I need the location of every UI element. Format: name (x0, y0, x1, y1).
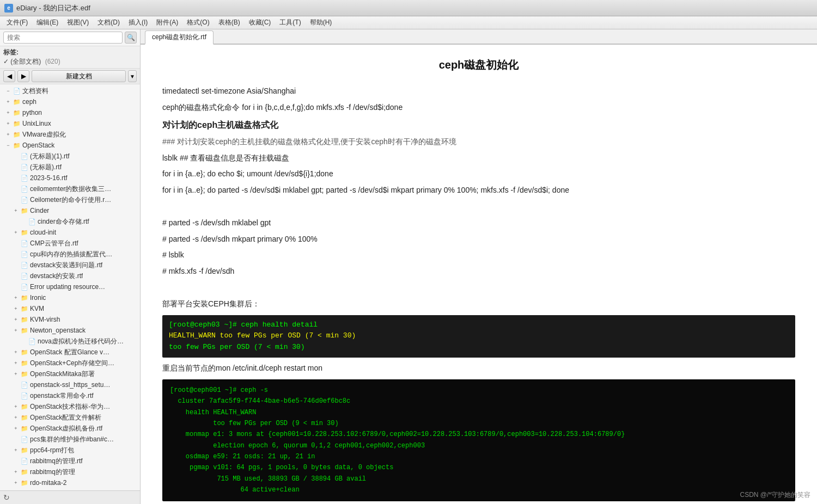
tree-item[interactable]: +📁ceph (0, 96, 140, 107)
menu-item-b[interactable]: 表格(B) (214, 17, 245, 28)
tree-item-label: ceilomemter的数据收集三… (30, 185, 111, 194)
tree-item-icon: 📄 (21, 392, 28, 399)
tree-item[interactable]: +📁KVM (0, 303, 140, 314)
tree-item[interactable]: 📄(无标题)(1).rtf (0, 151, 140, 162)
tree-item[interactable]: 📄(无标题).rtf (0, 162, 140, 173)
tree-toggle-icon[interactable]: + (12, 370, 20, 378)
tree-toggle-icon[interactable]: + (12, 359, 20, 367)
tree-item-icon: 📁 (21, 316, 28, 323)
tree-toggle-icon[interactable]: + (4, 109, 12, 116)
tree-item[interactable]: +📁UnixLinux (0, 118, 140, 129)
tag-all-docs[interactable]: ✓ (全部文档) (3, 58, 41, 65)
tree-item[interactable]: +📁python (0, 107, 140, 118)
new-doc-button[interactable]: 新建文档 (32, 70, 126, 82)
line-blank2 (162, 281, 795, 294)
menu-item-c[interactable]: 收藏(C) (245, 17, 276, 28)
tree-item[interactable]: +📁ppc64-rpm打包 (0, 445, 140, 456)
tree-toggle-icon[interactable]: + (12, 327, 20, 334)
line-bold-title: 对计划的ceph主机磁盘格式化 (162, 118, 795, 132)
tree-item[interactable]: 📄rabbitmq的管理.rtf (0, 456, 140, 466)
tree-toggle-icon[interactable]: + (12, 414, 20, 421)
tree-toggle-icon (20, 218, 27, 225)
tree-item-label: KVM-virsh (30, 316, 60, 323)
tree-item[interactable]: +📁OpenStack配置文件解析 (0, 412, 140, 423)
tree-item[interactable]: 📄cpu和内存的热插拔配置代… (0, 249, 140, 260)
tree-item-icon: 📄 (28, 337, 36, 345)
tree-item[interactable]: +📁Cinder (0, 205, 140, 216)
tree-item-label: Cinder (30, 207, 49, 214)
menu-item-f[interactable]: 文件(F) (2, 17, 32, 28)
line-comment: ### 对计划安装ceph的主机挂载的磁盘做格式化处理,便于安装ceph时有干净… (162, 136, 795, 149)
tree-item[interactable]: 📄openstack-ssl_https_setu… (0, 379, 140, 390)
tree-item-icon: 📁 (21, 425, 28, 432)
tree-toggle-icon[interactable]: + (12, 446, 20, 454)
tree-item[interactable]: +📁rdo-mitaka-2 (0, 477, 140, 488)
tree-toggle-icon[interactable]: + (12, 294, 20, 302)
tree-item[interactable]: 📄devstack的安装.rtf (0, 271, 140, 281)
tab-bar: ceph磁盘初始化.rtf (141, 29, 817, 45)
tree-toggle-icon[interactable]: + (12, 229, 20, 236)
menu-item-i[interactable]: 插入(I) (124, 17, 152, 28)
doc-content[interactable]: ceph磁盘初始化 timedatectl set-timezone Asia/… (141, 45, 817, 504)
new-doc-dropdown[interactable]: ▼ (128, 70, 137, 82)
tree-item[interactable]: −📄文档资料 (0, 85, 140, 96)
sync-icon[interactable]: ↻ (3, 493, 10, 502)
tree-item-label: cinder命令存储.rtf (38, 217, 89, 226)
tree-item[interactable]: 📄cinder命令存储.rtf (0, 216, 140, 227)
menu-item-o[interactable]: 格式(O) (182, 17, 214, 28)
tree-toggle-icon[interactable]: + (12, 425, 20, 432)
tree-item[interactable]: −📁OpenStack (0, 140, 140, 151)
line-lsblk: lsblk ## 查看磁盘信息是否有挂载磁盘 (162, 152, 795, 165)
tree-item[interactable]: 📄2023-5-16.rtf (0, 173, 140, 183)
tree-toggle-icon[interactable]: + (4, 98, 12, 106)
tree-item[interactable]: 📄Error updating resource… (0, 281, 140, 292)
tree-toggle-icon[interactable]: − (4, 87, 12, 95)
menu-item-d[interactable]: 文档(D) (93, 17, 124, 28)
menu-item-e[interactable]: 编辑(E) (32, 17, 63, 28)
code2-line2: cluster 7afac5f9-f744-4bae-b6e5-746d0ef6… (170, 396, 788, 407)
search-input[interactable] (3, 32, 123, 44)
tree-item[interactable]: 📄pcs集群的维护操作#ban#c… (0, 434, 140, 445)
tree-item[interactable]: +📁Newton_openstack (0, 325, 140, 336)
tree-item[interactable]: +📁OpenStack技术指标-华为… (0, 401, 140, 412)
menu-item-t[interactable]: 工具(T) (275, 17, 305, 28)
tag-label: 标签: (3, 48, 19, 56)
tree-toggle-icon[interactable]: + (12, 305, 20, 312)
tree-item[interactable]: 📄CMP云管平台.rtf (0, 238, 140, 249)
tree-item-label: (无标题)(1).rtf (30, 152, 70, 161)
tree-toggle-icon[interactable]: + (12, 468, 20, 476)
active-tab[interactable]: ceph磁盘初始化.rtf (145, 30, 214, 45)
tree-item[interactable]: 📄openstack常用命令.rtf (0, 390, 140, 401)
menu-item-h[interactable]: 帮助(H) (306, 17, 337, 28)
tree-toggle-icon[interactable]: + (12, 316, 20, 323)
tree-item[interactable]: 📄devstack安装遇到问题.rtf (0, 260, 140, 271)
tree-item[interactable]: 📄ceilomemter的数据收集三… (0, 183, 140, 194)
tree-item[interactable]: +📁KVM-virsh (0, 314, 140, 325)
tree-toggle-icon[interactable]: − (4, 142, 12, 149)
tree-item[interactable]: +📁OpenStackMitaka部署 (0, 368, 140, 379)
tree-item[interactable]: +📁cloud-init (0, 227, 140, 238)
tree-item[interactable]: +📁VMware虚拟化 (0, 129, 140, 140)
tree-item-label: OpenStackMitaka部署 (30, 370, 95, 379)
tree-item[interactable]: +📁rabbitmq的管理 (0, 466, 140, 477)
search-button[interactable]: 🔍 (125, 32, 137, 44)
tree-toggle-icon (12, 152, 20, 160)
tree-item[interactable]: +📁OpenStack虚拟机备份.rtf (0, 423, 140, 434)
back-button[interactable]: ◀ (3, 70, 15, 82)
tree-toggle-icon (12, 163, 20, 171)
menu-item-a[interactable]: 附件(A) (152, 17, 182, 28)
line-timedatectl: timedatectl set-timezone Asia/Shanghai (162, 85, 795, 98)
tree-item[interactable]: +📁Ironic (0, 292, 140, 303)
forward-button[interactable]: ▶ (17, 70, 29, 82)
menu-item-v[interactable]: 视图(V) (63, 17, 93, 28)
tree-toggle-icon[interactable]: + (4, 120, 12, 127)
tree-toggle-icon[interactable]: + (12, 348, 20, 356)
tree-item[interactable]: +📁OpenStack+Ceph存储空间… (0, 358, 140, 368)
tree-toggle-icon[interactable]: + (12, 403, 20, 410)
tree-item[interactable]: 📄Ceilometer的命令行使用.r… (0, 194, 140, 205)
tree-item[interactable]: 📄nova虚拟机冷热迁移代码分… (0, 336, 140, 347)
tree-toggle-icon[interactable]: + (12, 207, 20, 214)
tree-toggle-icon[interactable]: + (4, 131, 12, 138)
tree-item[interactable]: +📁OpenStack 配置Glance v… (0, 347, 140, 358)
tree-toggle-icon[interactable]: + (12, 479, 20, 487)
